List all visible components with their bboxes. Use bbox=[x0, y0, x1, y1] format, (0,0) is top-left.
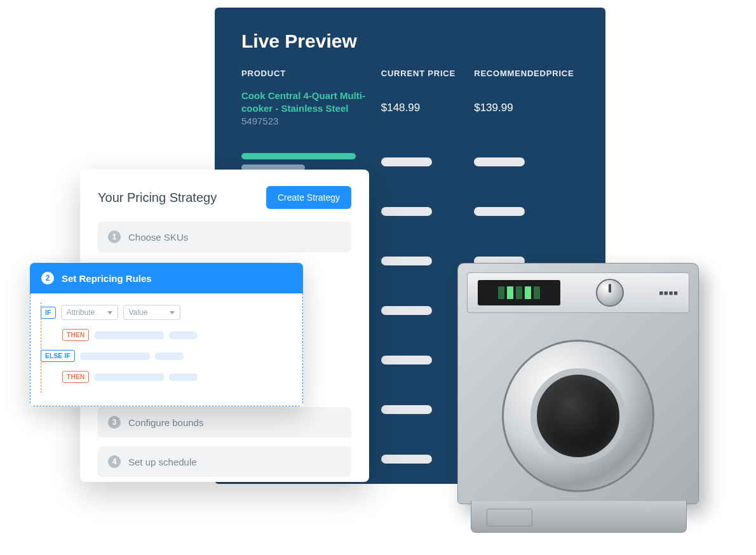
placeholder-bar bbox=[241, 153, 356, 159]
live-preview-headers: PRODUCT CURRENT PRICE RECOMMENDEDPRICE bbox=[241, 69, 579, 78]
rule-then-line: THEN bbox=[62, 371, 292, 383]
rules-header: 2 Set Repricing Rules bbox=[30, 263, 303, 293]
placeholder-pill bbox=[94, 331, 164, 339]
placeholder-pill bbox=[94, 373, 164, 381]
current-price-value: $148.99 bbox=[381, 102, 474, 114]
elseif-tag: ELSE IF bbox=[41, 350, 75, 362]
then-tag: THEN bbox=[62, 329, 89, 341]
recommended-price-value: $139.99 bbox=[474, 102, 579, 114]
placeholder-bar bbox=[381, 257, 432, 265]
product-name: Cook Central 4-Quart Multi-cooker - Stai… bbox=[241, 90, 381, 114]
attribute-select[interactable]: Attribute bbox=[61, 305, 118, 320]
chevron-down-icon bbox=[107, 311, 112, 314]
appliance-display bbox=[478, 280, 560, 305]
placeholder-pill bbox=[155, 352, 184, 360]
appliance-base bbox=[471, 501, 687, 533]
step-configure-bounds[interactable]: 3 Configure bounds bbox=[98, 407, 351, 438]
appliance-door bbox=[502, 340, 654, 492]
create-strategy-button[interactable]: Create Strategy bbox=[266, 186, 351, 209]
placeholder-pill bbox=[80, 352, 150, 360]
placeholder-bar bbox=[381, 356, 432, 364]
value-select[interactable]: Value bbox=[123, 305, 180, 320]
step-set-up-schedule[interactable]: 4 Set up schedule bbox=[98, 446, 351, 477]
rules-title: Set Repricing Rules bbox=[62, 273, 152, 284]
chevron-down-icon bbox=[170, 311, 175, 314]
preview-row-product: Cook Central 4-Quart Multi-cooker - Stai… bbox=[241, 90, 579, 126]
step-number-badge: 2 bbox=[41, 272, 54, 284]
appliance-dial bbox=[596, 279, 624, 307]
step-number-badge: 1 bbox=[108, 231, 121, 243]
rules-body: IF Attribute Value THEN ELSE IF THEN bbox=[30, 293, 303, 406]
live-preview-title: Live Preview bbox=[241, 30, 579, 52]
step-choose-skus[interactable]: 1 Choose SKUs bbox=[98, 222, 351, 252]
strategy-title: Your Pricing Strategy bbox=[98, 191, 217, 205]
product-sku: 5497523 bbox=[241, 116, 381, 126]
step-label: Choose SKUs bbox=[128, 232, 188, 243]
header-recommended-price: RECOMMENDEDPRICE bbox=[474, 69, 579, 78]
placeholder-bar bbox=[381, 207, 432, 216]
placeholder-bar bbox=[381, 455, 432, 464]
placeholder-pill bbox=[169, 331, 198, 339]
header-current-price: CURRENT PRICE bbox=[381, 69, 474, 78]
step-label: Set up schedule bbox=[128, 457, 197, 467]
rule-then-line: THEN bbox=[62, 329, 292, 341]
select-placeholder: Value bbox=[129, 308, 148, 317]
step-number-badge: 4 bbox=[108, 455, 121, 468]
select-placeholder: Attribute bbox=[67, 308, 95, 317]
placeholder-bar bbox=[474, 157, 525, 166]
step-number-badge: 3 bbox=[108, 416, 121, 429]
placeholder-bar bbox=[474, 207, 525, 216]
header-product: PRODUCT bbox=[241, 69, 381, 78]
placeholder-bar bbox=[381, 157, 432, 166]
placeholder-bar bbox=[381, 405, 432, 414]
rule-elseif-line: ELSE IF bbox=[41, 350, 292, 362]
if-tag: IF bbox=[41, 307, 56, 319]
product-image-washing-machine: ■■■■ bbox=[457, 263, 712, 542]
placeholder-bar bbox=[381, 306, 432, 315]
then-tag: THEN bbox=[62, 371, 89, 383]
step-label: Configure bounds bbox=[128, 417, 203, 428]
placeholder-pill bbox=[169, 373, 198, 381]
rule-if-line: IF Attribute Value bbox=[41, 305, 292, 320]
repricing-rules-card: 2 Set Repricing Rules IF Attribute Value… bbox=[29, 262, 304, 407]
appliance-brand: ■■■■ bbox=[659, 289, 678, 297]
